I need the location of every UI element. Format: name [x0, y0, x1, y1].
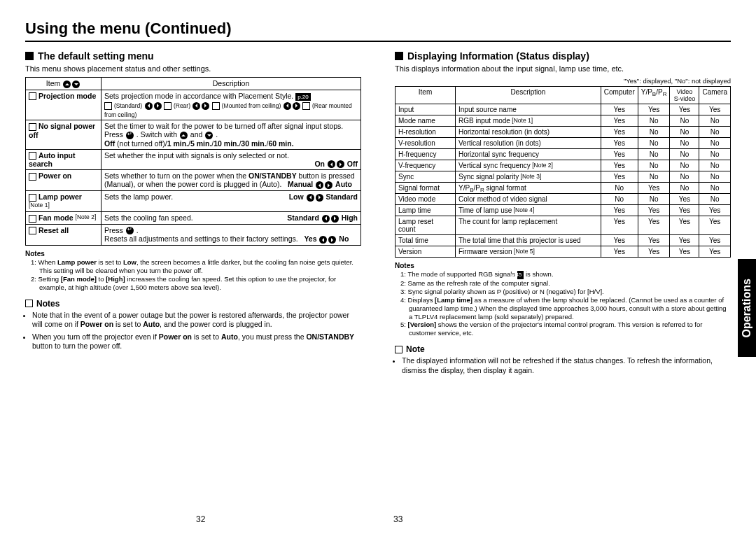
table-row: Lamp timeTime of lamp use [Note 4]YesYes… — [396, 205, 731, 216]
row-fan-mode: Fan mode [Note 2] Sets the cooling fan s… — [26, 211, 361, 224]
right-note-bullet: The displayed information will not be re… — [395, 356, 731, 375]
right-column: Displaying Information (Status display) … — [395, 49, 731, 378]
legend: "Yes": displayed, "No": not displayed — [395, 77, 731, 85]
table-row: VersionFirmware version [Note 5]YesYesYe… — [396, 246, 731, 258]
hr — [25, 41, 731, 42]
row-lamp-power: Lamp power [Note 1] Sets the lamp power.… — [26, 191, 361, 212]
default-menu-heading: The default setting menu — [25, 50, 361, 62]
row-projection-mode: Projection mode Sets projection mode in … — [26, 90, 361, 120]
page-num-right: 33 — [393, 514, 402, 524]
status-display-heading: Displaying Information (Status display) — [395, 50, 731, 62]
right-notes-list: 1: The mode of supported RGB signals p.4… — [395, 270, 731, 337]
table-row: Mode nameRGB input mode [Note 1]YesNoNoN… — [396, 115, 731, 127]
page-title: Using the menu (Continued) — [25, 20, 731, 38]
page-ref-45: p.45 — [517, 271, 524, 279]
left-notes-list: 1: When Lamp power is set to Low, the sc… — [25, 258, 361, 292]
left-bullets: Note that in the event of a power outage… — [25, 311, 361, 352]
right-note-h: Note — [395, 344, 731, 354]
down-icon — [72, 80, 80, 88]
table-row: Lamp reset countThe count for lamp repla… — [396, 216, 731, 235]
right-notes-h: Notes — [395, 262, 731, 269]
bullets-heading: Notes — [25, 299, 361, 309]
operations-tab: Operations — [738, 259, 756, 357]
status-table: Item Description Computer Y/PB/PR Video … — [395, 86, 731, 258]
table-row: Video modeColor method of video signalNo… — [396, 194, 731, 205]
table-row: V-frequencyVertical sync frequency [Note… — [396, 160, 731, 171]
up-icon — [63, 80, 71, 88]
page-ref-20: p.20 — [295, 93, 311, 101]
page-num-left: 32 — [196, 514, 205, 524]
right-intro: This displays information about the inpu… — [395, 64, 731, 73]
enter-icon — [126, 132, 134, 139]
row-reset-all: Reset all Press . Resets all adjustments… — [26, 224, 361, 245]
row-power-on: Power on Sets whether to turn on the pow… — [26, 170, 361, 191]
table-row: Signal formatY/PB/PR signal formatNoYesN… — [396, 183, 731, 194]
table-row: V-resolutionVertical resolution (in dots… — [396, 138, 731, 149]
table-row: H-resolutionHorizontal resolution (in do… — [396, 127, 731, 138]
notes-heading-1: Notes — [25, 250, 361, 258]
left-column: The default setting menu This menu shows… — [25, 49, 361, 378]
table-row: SyncSync signal polarity [Note 3]YesNoNo… — [396, 171, 731, 183]
table-row: InputInput source nameYesYesYesYes — [396, 104, 731, 115]
th-desc: Description — [102, 78, 361, 90]
table-row: H-frequencyHorizontal sync frequencyYesN… — [396, 149, 731, 160]
proj-icon — [29, 92, 36, 100]
th-item: Item — [26, 78, 102, 90]
table-row: Total timeThe total time that this proje… — [396, 235, 731, 246]
row-no-signal: No signal power off Set the timer to wai… — [26, 120, 361, 149]
default-settings-table: Item Description Projection mode Sets pr… — [25, 77, 361, 246]
left-intro: This menu shows placement status and oth… — [25, 64, 361, 73]
row-auto-input: Auto input search Set whether the input … — [26, 149, 361, 170]
